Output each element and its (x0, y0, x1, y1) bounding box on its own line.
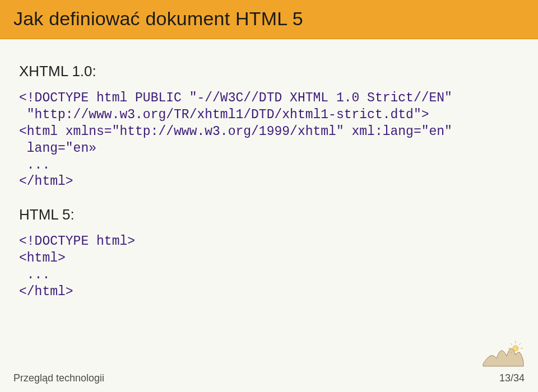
html5-heading: HTML 5: (19, 206, 519, 223)
slide-content: XHTML 1.0: <!DOCTYPE html PUBLIC "-//W3C… (0, 39, 538, 301)
svg-line-6 (519, 343, 521, 345)
svg-point-0 (513, 346, 518, 351)
logo-icon (481, 339, 525, 370)
title-band: Jak definiować dokument HTML 5 (0, 0, 538, 39)
page-number: 13/34 (499, 372, 525, 384)
footer: Przegląd technologii 13/34 (13, 372, 525, 384)
slide-title: Jak definiować dokument HTML 5 (13, 8, 525, 30)
html5-code-block: <!DOCTYPE html> <html> ... </html> (19, 234, 519, 301)
xhtml-heading: XHTML 1.0: (19, 63, 519, 80)
svg-line-5 (511, 343, 512, 345)
xhtml-code-block: <!DOCTYPE html PUBLIC "-//W3C//DTD XHTML… (19, 90, 519, 190)
footer-label: Przegląd technologii (13, 372, 104, 384)
